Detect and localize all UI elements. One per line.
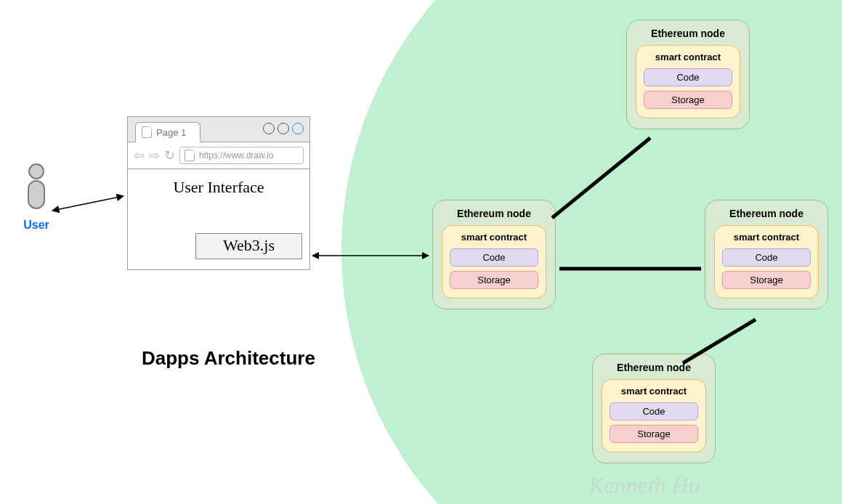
browser-toolbar: ⇦ ⇨ ↻ https://www.draw.io (128, 142, 309, 169)
url-field[interactable]: https://www.draw.io (179, 147, 304, 164)
url-text: https://www.draw.io (199, 150, 274, 160)
smart-contract: smart contract Code Storage (714, 225, 819, 298)
user-icon (22, 163, 51, 211)
user-label: User (15, 219, 58, 232)
node-title: Ethereum node (602, 362, 706, 373)
browser-body: User Interface Web3.js (128, 169, 309, 269)
contract-title: smart contract (610, 386, 698, 397)
node-title: Ethereum node (714, 208, 819, 219)
code-box: Code (722, 248, 811, 267)
smart-contract: smart contract Code Storage (442, 225, 546, 298)
contract-title: smart contract (722, 232, 811, 243)
forward-icon[interactable]: ⇨ (149, 149, 160, 162)
user-actor: User (15, 163, 58, 232)
edge-user-browser (52, 196, 124, 211)
code-box: Code (610, 402, 698, 420)
window-controls (263, 123, 304, 134)
ethereum-node-2: Ethereum node smart contract Code Storag… (626, 20, 750, 129)
storage-box: Storage (644, 91, 732, 109)
smart-contract: smart contract Code Storage (602, 379, 706, 452)
node-title: Ethereum node (442, 208, 546, 219)
code-box: Code (450, 248, 538, 267)
svg-point-0 (29, 164, 44, 179)
smart-contract: smart contract Code Storage (636, 45, 740, 118)
tab-label: Page 1 (156, 127, 186, 138)
storage-box: Storage (450, 271, 538, 289)
svg-rect-1 (28, 181, 44, 208)
page-icon (185, 150, 195, 161)
ethereum-node-4: Ethereum node smart contract Code Storag… (592, 354, 716, 463)
contract-title: smart contract (450, 232, 538, 243)
window-minimize-icon[interactable] (263, 123, 275, 134)
user-interface-label: User Interface (135, 178, 302, 197)
back-icon[interactable]: ⇦ (134, 149, 145, 162)
contract-title: smart contract (644, 52, 732, 62)
author-signature: Kenneth Hu (588, 472, 700, 499)
window-maximize-icon[interactable] (278, 123, 289, 134)
diagram-title: Dapps Architecture (142, 347, 315, 370)
storage-box: Storage (722, 271, 811, 289)
storage-box: Storage (610, 425, 698, 443)
browser-window: Page 1 ⇦ ⇨ ↻ https://www.draw.io User In… (127, 116, 310, 270)
browser-tab[interactable]: Page 1 (135, 122, 201, 142)
code-box: Code (644, 68, 732, 86)
ethereum-node-3: Ethereum node smart contract Code Storag… (705, 200, 828, 309)
web3-box: Web3.js (195, 233, 302, 259)
node-title: Ethereum node (636, 28, 740, 39)
window-close-icon[interactable] (292, 123, 304, 134)
ethereum-node-1: Ethereum node smart contract Code Storag… (432, 200, 556, 309)
page-icon (142, 126, 152, 138)
browser-tabbar: Page 1 (128, 117, 309, 142)
reload-icon[interactable]: ↻ (164, 149, 175, 162)
